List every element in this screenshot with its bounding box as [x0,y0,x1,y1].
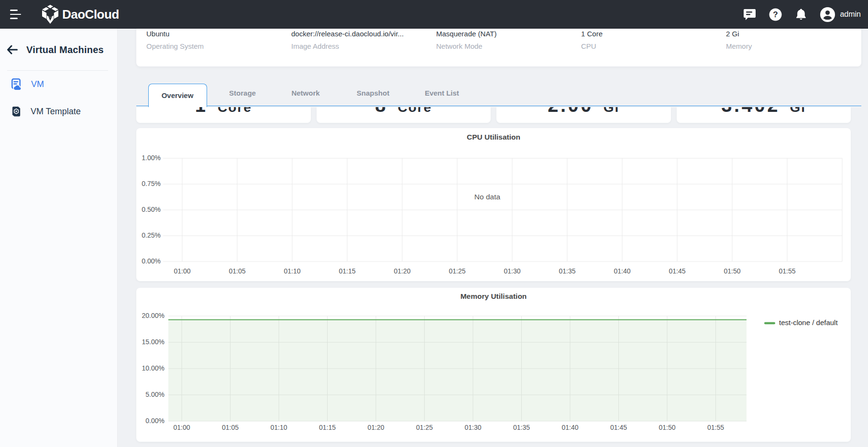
legend-label: test-clone / default [779,318,838,327]
x-axis-label: 01:50 [724,267,740,275]
stat-number: 2.00 [548,107,593,116]
x-axis-label: 01:45 [610,424,627,431]
stat-card: 2.00 Gi [496,107,671,123]
menu-icon-bar [10,18,18,19]
x-axis-label: 01:00 [174,267,190,275]
daocloud-cube-icon [42,5,58,24]
detail-label: CPU [581,42,596,50]
stat-card: 8 Core [317,107,491,123]
vm-detail-card: Ubuntu Operating System docker://release… [136,29,861,66]
sidebar-item-vm[interactable]: VM [0,75,118,94]
tab-network[interactable]: Network [291,80,319,106]
x-axis-label: 01:55 [779,267,795,275]
help-icon: ? [769,8,782,21]
stat-value: 1 Core [136,107,311,115]
vm-icon [11,78,22,90]
x-axis-label: 01:35 [513,424,530,431]
stat-value: 2.00 Gi [496,107,671,115]
detail-value: docker://release-ci.daocloud.io/vir... [291,30,404,38]
sidebar-divider [7,70,108,71]
chart-title: CPU Utilisation [467,133,520,141]
stat-card: 3.402 Gi [677,107,851,123]
sidebar-item-vm-template[interactable]: VM Template [0,102,118,121]
stat-unit: Core [398,107,432,115]
tab-storage[interactable]: Storage [229,80,256,106]
sidebar-title: Virtual Machines [26,44,104,55]
stat-unit: Gi [604,107,620,115]
menu-icon[interactable] [10,10,22,19]
stat-value: 8 Core [317,107,491,115]
detail-value: Masquerade (NAT) [436,30,496,38]
stat-card: 1 Core [136,107,311,123]
detail-value: 1 Core [581,30,603,38]
x-axis-label: 01:10 [270,424,287,431]
stat-unit: Gi [790,107,806,115]
stat-value: 3.402 Gi [677,107,851,115]
y-axis-label: 20.00% [142,312,165,319]
x-axis-label: 01:00 [173,424,190,431]
navbar-actions: ? admin [743,0,861,29]
main-content: Ubuntu Operating System docker://release… [118,29,868,447]
tab-event-list[interactable]: Event List [425,80,459,106]
brand-name: DaoCloud [62,0,119,29]
menu-icon-bar [10,10,18,11]
x-axis-label: 01:30 [464,424,481,431]
x-axis-label: 01:10 [284,267,300,275]
avatar-icon [820,7,835,22]
memory-chart-canvas: Memory Utilisation0.00%5.00%10.00%15.00%… [136,288,851,442]
y-axis-label: 0.75% [142,180,161,187]
chat-button[interactable] [743,8,756,21]
legend-marker [764,322,775,325]
x-axis-label: 01:15 [339,267,355,275]
stat-unit: Core [218,107,252,115]
series-area [168,320,747,421]
x-axis-label: 01:55 [707,424,724,431]
sidebar-item-label: VM [31,79,44,89]
x-axis-label: 01:35 [559,267,575,275]
tab-bar: Overview Storage Network Snapshot Event … [136,80,861,106]
y-axis-label: 10.00% [142,364,165,372]
x-axis-label: 01:05 [222,424,239,431]
x-axis-label: 01:30 [504,267,520,275]
cpu-utilisation-chart: CPU Utilisation0.00%0.25%0.50%0.75%1.00%… [136,128,851,281]
y-axis-label: 15.00% [142,338,165,346]
x-axis-label: 01:40 [561,424,578,431]
vm-template-icon [12,106,21,117]
svg-text:?: ? [773,10,778,19]
sidebar-back[interactable]: Virtual Machines [0,41,118,59]
username: admin [840,10,861,19]
x-axis-label: 01:25 [449,267,465,275]
y-axis-label: 1.00% [142,154,161,162]
sidebar: Virtual Machines VM VM Template [0,29,118,447]
y-axis-label: 0.00% [142,257,161,265]
cpu-chart-canvas: CPU Utilisation0.00%0.25%0.50%0.75%1.00%… [136,128,851,281]
x-axis-label: 01:20 [394,267,410,275]
y-axis-label: 0.00% [145,417,165,425]
daocloud-logo-icon [42,5,58,26]
chart-title: Memory Utilisation [461,292,527,300]
detail-label: Operating System [146,42,204,50]
bell-icon [795,8,807,21]
x-axis-label: 01:40 [614,267,630,275]
detail-label: Network Mode [436,42,483,50]
back-arrow-icon [7,45,18,55]
x-axis-label: 01:45 [669,267,685,275]
y-axis-label: 0.25% [142,231,161,239]
detail-label: Memory [726,42,752,50]
detail-value: 2 Gi [726,30,739,38]
tab-snapshot[interactable]: Snapshot [357,80,389,106]
no-data-text: No data [474,193,501,201]
help-button[interactable]: ? [769,8,782,21]
user-menu[interactable]: admin [820,7,861,22]
stat-number: 3.402 [721,107,780,116]
menu-icon-bar [10,14,21,15]
x-axis-label: 01:05 [229,267,245,275]
chat-icon [744,9,756,20]
detail-label: Image Address [291,42,339,50]
y-axis-label: 5.00% [145,391,165,398]
notifications-button[interactable] [794,8,808,21]
tab-overview[interactable]: Overview [148,84,207,107]
x-axis-label: 01:50 [659,424,675,431]
x-axis-label: 01:25 [416,424,433,431]
stat-number: 8 [375,107,388,116]
